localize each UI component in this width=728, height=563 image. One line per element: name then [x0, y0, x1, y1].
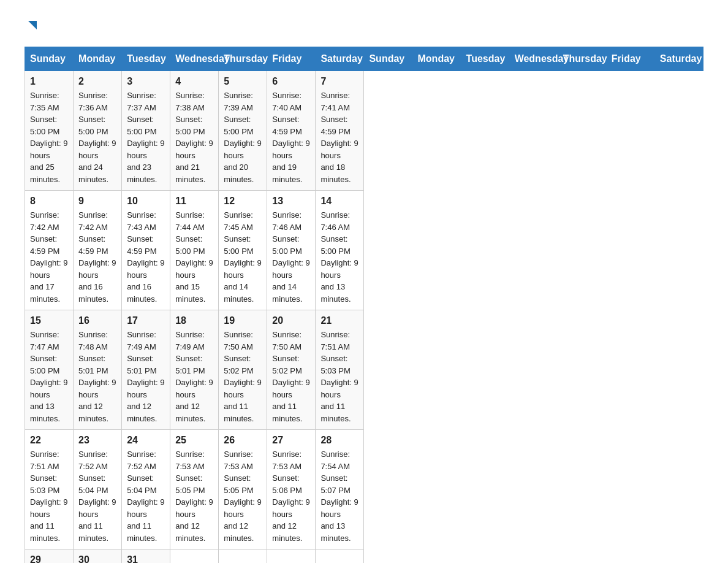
calendar-cell: 6Sunrise: 7:40 AMSunset: 4:59 PMDaylight…: [267, 71, 316, 191]
day-info: Sunrise: 7:35 AMSunset: 5:00 PMDaylight:…: [30, 91, 67, 184]
day-number: 1: [30, 76, 68, 87]
day-number: 8: [30, 196, 68, 207]
calendar-cell: 24Sunrise: 7:52 AMSunset: 5:04 PMDayligh…: [122, 430, 170, 550]
day-number: 19: [224, 315, 262, 326]
day-number: 11: [175, 196, 213, 207]
day-info: Sunrise: 7:53 AMSunset: 5:05 PMDaylight:…: [175, 450, 213, 543]
svg-marker-0: [28, 21, 37, 29]
day-number: 24: [127, 435, 165, 446]
day-of-week-header: Friday: [267, 47, 316, 71]
calendar-cell: 25Sunrise: 7:53 AMSunset: 5:05 PMDayligh…: [170, 430, 219, 550]
calendar-cell: 13Sunrise: 7:46 AMSunset: 5:00 PMDayligh…: [267, 191, 316, 310]
day-of-week-header: Saturday: [316, 47, 364, 71]
calendar-cell: 23Sunrise: 7:52 AMSunset: 5:04 PMDayligh…: [74, 430, 122, 550]
calendar-week-row: 8Sunrise: 7:42 AMSunset: 4:59 PMDaylight…: [25, 191, 703, 310]
day-info: Sunrise: 7:52 AMSunset: 5:04 PMDaylight:…: [78, 450, 116, 543]
weekday-header: Saturday: [654, 47, 703, 71]
page-header: [25, 18, 703, 34]
calendar-cell: 19Sunrise: 7:50 AMSunset: 5:02 PMDayligh…: [219, 310, 267, 430]
day-number: 6: [272, 76, 310, 87]
calendar-week-row: 1Sunrise: 7:35 AMSunset: 5:00 PMDaylight…: [25, 71, 703, 191]
calendar-cell: 29Sunrise: 7:54 AMSunset: 5:07 PMDayligh…: [25, 550, 74, 564]
day-info: Sunrise: 7:49 AMSunset: 5:01 PMDaylight:…: [127, 330, 164, 423]
day-number: 18: [175, 315, 213, 326]
day-of-week-header: Sunday: [25, 47, 74, 71]
calendar-cell: [170, 550, 219, 564]
day-number: 28: [320, 435, 358, 446]
calendar-cell: 18Sunrise: 7:49 AMSunset: 5:01 PMDayligh…: [170, 310, 219, 430]
day-info: Sunrise: 7:37 AMSunset: 5:00 PMDaylight:…: [127, 91, 164, 184]
calendar-cell: 21Sunrise: 7:51 AMSunset: 5:03 PMDayligh…: [316, 310, 364, 430]
day-number: 3: [127, 76, 165, 87]
day-number: 4: [175, 76, 213, 87]
day-number: 14: [320, 196, 358, 207]
day-info: Sunrise: 7:49 AMSunset: 5:01 PMDaylight:…: [175, 330, 213, 423]
day-info: Sunrise: 7:44 AMSunset: 5:00 PMDaylight:…: [175, 210, 213, 304]
calendar-cell: 31Sunrise: 7:54 AMSunset: 5:09 PMDayligh…: [122, 550, 170, 564]
calendar-cell: 3Sunrise: 7:37 AMSunset: 5:00 PMDaylight…: [122, 71, 170, 191]
day-info: Sunrise: 7:41 AMSunset: 4:59 PMDaylight:…: [320, 91, 358, 184]
calendar-cell: 17Sunrise: 7:49 AMSunset: 5:01 PMDayligh…: [122, 310, 170, 430]
calendar-table: SundayMondayTuesdayWednesdayThursdayFrid…: [25, 47, 703, 563]
calendar-cell: [219, 550, 267, 564]
day-number: 10: [127, 196, 165, 207]
calendar-week-row: 29Sunrise: 7:54 AMSunset: 5:07 PMDayligh…: [25, 550, 703, 564]
weekday-header: Sunday: [364, 47, 412, 71]
day-number: 21: [320, 315, 358, 326]
calendar-cell: 22Sunrise: 7:51 AMSunset: 5:03 PMDayligh…: [25, 430, 74, 550]
calendar-cell: 9Sunrise: 7:42 AMSunset: 4:59 PMDaylight…: [74, 191, 122, 310]
calendar-cell: 10Sunrise: 7:43 AMSunset: 4:59 PMDayligh…: [122, 191, 170, 310]
calendar-cell: 20Sunrise: 7:50 AMSunset: 5:02 PMDayligh…: [267, 310, 316, 430]
day-info: Sunrise: 7:42 AMSunset: 4:59 PMDaylight:…: [30, 210, 67, 304]
calendar-cell: 7Sunrise: 7:41 AMSunset: 4:59 PMDaylight…: [316, 71, 364, 191]
day-info: Sunrise: 7:53 AMSunset: 5:06 PMDaylight:…: [272, 450, 309, 543]
day-info: Sunrise: 7:46 AMSunset: 5:00 PMDaylight:…: [320, 210, 358, 304]
calendar-cell: 1Sunrise: 7:35 AMSunset: 5:00 PMDaylight…: [25, 71, 74, 191]
calendar-cell: 16Sunrise: 7:48 AMSunset: 5:01 PMDayligh…: [74, 310, 122, 430]
logo-area: [25, 18, 39, 34]
calendar-cell: 26Sunrise: 7:53 AMSunset: 5:05 PMDayligh…: [219, 430, 267, 550]
day-of-week-header: Monday: [74, 47, 122, 71]
day-info: Sunrise: 7:45 AMSunset: 5:00 PMDaylight:…: [224, 210, 261, 304]
calendar-week-row: 22Sunrise: 7:51 AMSunset: 5:03 PMDayligh…: [25, 430, 703, 550]
day-number: 20: [272, 315, 310, 326]
day-info: Sunrise: 7:38 AMSunset: 5:00 PMDaylight:…: [175, 91, 213, 184]
day-number: 22: [30, 435, 68, 446]
calendar-cell: [316, 550, 364, 564]
day-number: 16: [78, 315, 116, 326]
calendar-cell: 15Sunrise: 7:47 AMSunset: 5:00 PMDayligh…: [25, 310, 74, 430]
day-number: 30: [78, 554, 116, 563]
calendar-cell: 12Sunrise: 7:45 AMSunset: 5:00 PMDayligh…: [219, 191, 267, 310]
day-info: Sunrise: 7:43 AMSunset: 4:59 PMDaylight:…: [127, 210, 164, 304]
day-info: Sunrise: 7:46 AMSunset: 5:00 PMDaylight:…: [272, 210, 309, 304]
day-info: Sunrise: 7:47 AMSunset: 5:00 PMDaylight:…: [30, 330, 67, 423]
day-number: 31: [127, 554, 165, 563]
day-number: 17: [127, 315, 165, 326]
day-number: 26: [224, 435, 262, 446]
day-number: 13: [272, 196, 310, 207]
weekday-header: Monday: [412, 47, 461, 71]
calendar-cell: 8Sunrise: 7:42 AMSunset: 4:59 PMDaylight…: [25, 191, 74, 310]
calendar-cell: 14Sunrise: 7:46 AMSunset: 5:00 PMDayligh…: [316, 191, 364, 310]
day-of-week-header: Wednesday: [170, 47, 219, 71]
day-info: Sunrise: 7:42 AMSunset: 4:59 PMDaylight:…: [78, 210, 116, 304]
weekday-header: Tuesday: [461, 47, 509, 71]
day-info: Sunrise: 7:50 AMSunset: 5:02 PMDaylight:…: [272, 330, 309, 423]
weekday-header: Wednesday: [509, 47, 558, 71]
calendar-cell: 5Sunrise: 7:39 AMSunset: 5:00 PMDaylight…: [219, 71, 267, 191]
calendar-header-row: SundayMondayTuesdayWednesdayThursdayFrid…: [25, 47, 703, 71]
calendar-cell: 2Sunrise: 7:36 AMSunset: 5:00 PMDaylight…: [74, 71, 122, 191]
day-number: 25: [175, 435, 213, 446]
day-number: 29: [30, 554, 68, 563]
calendar-cell: 11Sunrise: 7:44 AMSunset: 5:00 PMDayligh…: [170, 191, 219, 310]
day-info: Sunrise: 7:36 AMSunset: 5:00 PMDaylight:…: [78, 91, 116, 184]
calendar-week-row: 15Sunrise: 7:47 AMSunset: 5:00 PMDayligh…: [25, 310, 703, 430]
day-info: Sunrise: 7:52 AMSunset: 5:04 PMDaylight:…: [127, 450, 164, 543]
day-number: 12: [224, 196, 262, 207]
day-of-week-header: Thursday: [219, 47, 267, 71]
weekday-header: Thursday: [558, 47, 606, 71]
day-info: Sunrise: 7:48 AMSunset: 5:01 PMDaylight:…: [78, 330, 116, 423]
calendar-cell: 30Sunrise: 7:54 AMSunset: 5:08 PMDayligh…: [74, 550, 122, 564]
day-number: 27: [272, 435, 310, 446]
day-info: Sunrise: 7:40 AMSunset: 4:59 PMDaylight:…: [272, 91, 309, 184]
